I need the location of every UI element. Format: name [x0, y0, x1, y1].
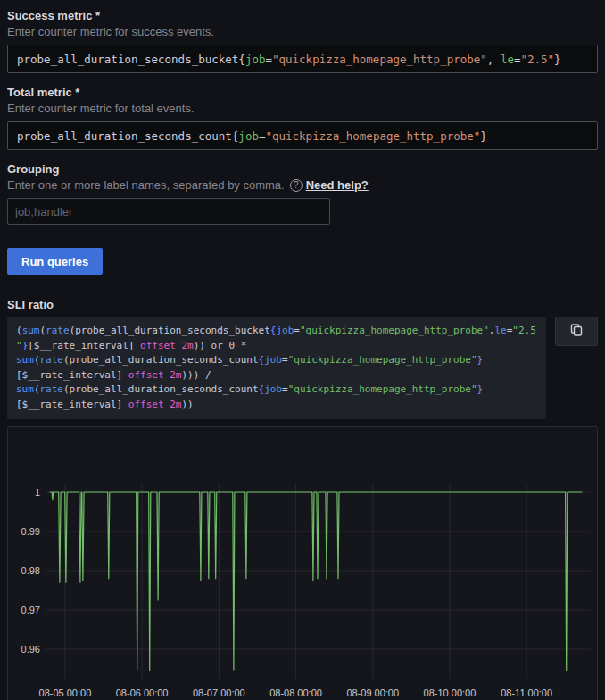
svg-text:0.97: 0.97 — [21, 605, 40, 615]
grouping-input[interactable] — [7, 198, 330, 225]
svg-text:08-11 00:00: 08-11 00:00 — [501, 688, 552, 698]
sli-chart-panel: 10.990.980.970.9608-05 00:0008-06 00:000… — [7, 426, 598, 700]
total-metric-description: Enter counter metric for total events. — [7, 102, 598, 115]
grouping-description: Enter one or more label names, separated… — [7, 178, 285, 192]
svg-text:0.98: 0.98 — [21, 565, 40, 576]
total-metric-label: Total metric * — [7, 86, 598, 99]
total-metric-input[interactable]: probe_all_duration_seconds_count{job="qu… — [7, 121, 598, 150]
sli-ratio-code-block: (sum(rate(probe_all_duration_seconds_buc… — [7, 317, 546, 419]
success-metric-label: Success metric * — [7, 9, 598, 22]
svg-text:08-05 00:00: 08-05 00:00 — [39, 688, 92, 698]
success-metric-input[interactable]: probe_all_duration_seconds_bucket{job="q… — [7, 45, 598, 73]
run-queries-button[interactable]: Run queries — [7, 248, 103, 275]
svg-text:08-08 00:00: 08-08 00:00 — [269, 688, 322, 698]
question-circle-icon[interactable]: ? — [290, 179, 302, 192]
svg-text:08-06 00:00: 08-06 00:00 — [116, 688, 169, 698]
svg-text:08-10 00:00: 08-10 00:00 — [424, 688, 477, 698]
sli-ratio-label: SLI ratio — [7, 298, 598, 311]
need-help-link[interactable]: Need help? — [306, 178, 369, 192]
svg-text:0.96: 0.96 — [21, 644, 40, 655]
svg-text:0.99: 0.99 — [21, 526, 40, 537]
copy-icon — [569, 323, 584, 340]
svg-text:08-09 00:00: 08-09 00:00 — [346, 688, 399, 698]
svg-text:1: 1 — [35, 487, 40, 498]
success-metric-description: Enter counter metric for success events. — [7, 25, 598, 38]
sli-chart[interactable]: 10.990.980.970.9608-05 00:0008-06 00:000… — [8, 434, 595, 700]
svg-text:08-07 00:00: 08-07 00:00 — [193, 688, 245, 698]
slo-query-form: Success metric * Enter counter metric fo… — [0, 0, 605, 700]
grouping-label: Grouping — [7, 162, 598, 176]
copy-button[interactable] — [555, 317, 598, 346]
